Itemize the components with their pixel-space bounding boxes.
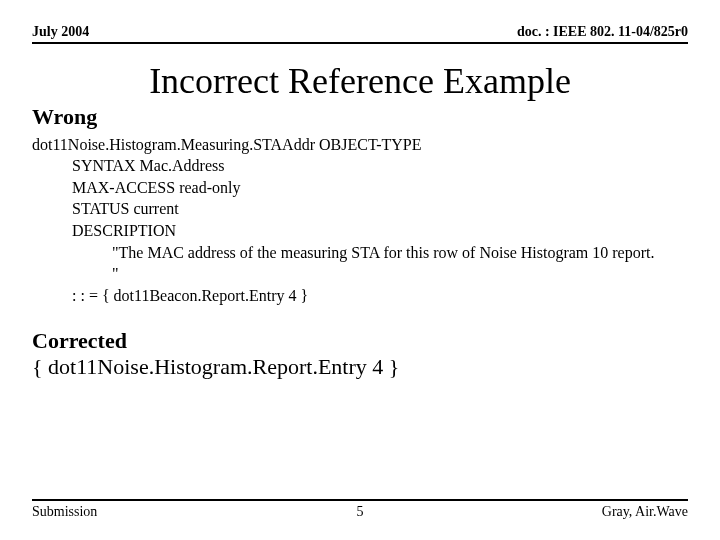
mib-object-line: dot11Noise.Histogram.Measuring.STAAddr O… [32,134,688,156]
footer-rule [32,499,688,501]
corrected-value: { dot11Noise.Histogram.Report.Entry 4 } [32,354,688,380]
mib-syntax: SYNTAX Mac.Address [32,155,688,177]
header-date: July 2004 [32,24,89,40]
wrong-heading: Wrong [32,104,688,130]
corrected-heading: Corrected [32,328,688,354]
mib-desc-key: DESCRIPTION [32,220,688,242]
slide-title: Incorrect Reference Example [32,62,688,102]
mib-definition: dot11Noise.Histogram.Measuring.STAAddr O… [32,134,688,307]
slide: July 2004 doc. : IEEE 802. 11-04/825r0 I… [0,0,720,540]
footer-bar: 5 Submission Gray, Air.Wave [32,499,688,520]
mib-desc-text: "The MAC address of the measuring STA fo… [32,242,688,285]
footer-page-number: 5 [32,504,688,520]
header-doc-id: doc. : IEEE 802. 11-04/825r0 [517,24,688,40]
header-bar: July 2004 doc. : IEEE 802. 11-04/825r0 [32,24,688,40]
mib-status: STATUS current [32,198,688,220]
header-rule [32,42,688,44]
mib-assignment: : : = { dot11Beacon.Report.Entry 4 } [32,285,688,307]
mib-maxaccess: MAX-ACCESS read-only [32,177,688,199]
